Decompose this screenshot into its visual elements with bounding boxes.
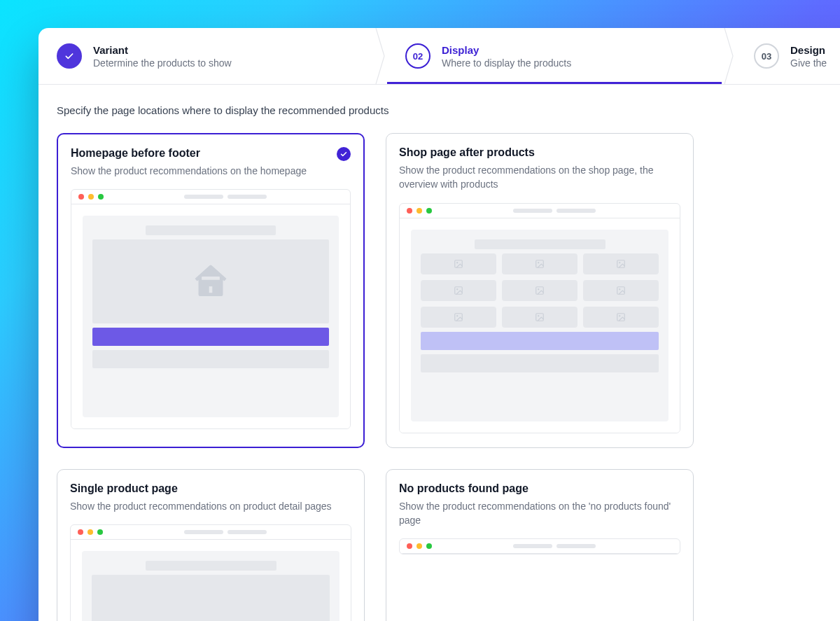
step-design[interactable]: 03 Design Give the	[736, 28, 840, 84]
location-cards: Homepage before footer Show the product …	[57, 133, 840, 621]
preview-window	[399, 203, 680, 433]
window-titlebar	[71, 190, 350, 204]
image-icon	[535, 312, 545, 322]
svg-rect-2	[536, 260, 544, 267]
step-chevron-icon	[373, 28, 387, 84]
active-underline	[387, 82, 722, 84]
svg-rect-16	[617, 313, 625, 321]
step-subtitle: Where to display the products	[442, 57, 571, 69]
step-subtitle: Give the	[790, 57, 827, 69]
step-badge-number: 02	[405, 43, 430, 69]
svg-rect-8	[536, 286, 544, 294]
wizard-steps: Variant Determine the products to show 0…	[38, 28, 840, 84]
svg-point-5	[619, 262, 620, 263]
step-badge-number: 03	[754, 43, 779, 69]
image-icon	[535, 286, 545, 295]
wizard-panel: Variant Determine the products to show 0…	[38, 28, 840, 621]
svg-point-13	[456, 315, 458, 316]
close-dot-icon	[407, 543, 412, 549]
svg-point-11	[619, 288, 620, 290]
card-desc: Show the product recommendations on the …	[399, 163, 680, 192]
card-desc: Show the product recommendations on the …	[71, 164, 351, 178]
image-icon	[616, 312, 626, 322]
window-titlebar	[71, 525, 351, 540]
card-desc: Show the product recommendations on prod…	[70, 499, 351, 513]
svg-rect-4	[617, 260, 625, 267]
card-title: Homepage before footer	[71, 147, 351, 160]
step-display[interactable]: 02 Display Where to display the products	[387, 28, 722, 84]
zoom-dot-icon	[426, 543, 432, 549]
step-subtitle: Determine the products to show	[93, 57, 232, 69]
minimize-dot-icon	[88, 194, 94, 200]
preview-window	[71, 189, 351, 429]
card-title: Single product page	[70, 482, 351, 495]
image-icon	[454, 312, 463, 322]
svg-rect-12	[455, 313, 463, 321]
card-homepage-before-footer[interactable]: Homepage before footer Show the product …	[57, 133, 365, 448]
card-shop-page-after-products[interactable]: Shop page after products Show the produc…	[386, 133, 694, 448]
step-badge-done	[57, 43, 82, 69]
svg-point-17	[619, 315, 620, 316]
preview-window	[70, 524, 351, 621]
check-icon	[64, 50, 75, 62]
step-variant[interactable]: Variant Determine the products to show	[38, 28, 373, 84]
zoom-dot-icon	[97, 529, 103, 535]
minimize-dot-icon	[416, 208, 422, 214]
svg-rect-14	[536, 313, 544, 321]
minimize-dot-icon	[88, 529, 93, 535]
close-dot-icon	[78, 194, 84, 200]
home-icon	[191, 262, 230, 301]
wizard-body: Specify the page locations where to disp…	[38, 85, 840, 621]
window-titlebar	[400, 204, 680, 218]
selected-check-icon	[337, 147, 351, 161]
close-dot-icon	[78, 529, 83, 535]
svg-rect-0	[455, 260, 463, 267]
minimize-dot-icon	[416, 543, 422, 549]
window-titlebar	[400, 539, 680, 554]
card-title: No products found page	[399, 482, 680, 495]
step-title: Display	[442, 44, 571, 56]
zoom-dot-icon	[98, 194, 104, 200]
image-icon	[454, 259, 463, 269]
image-icon	[535, 259, 545, 269]
preview-window	[399, 538, 680, 554]
svg-point-3	[538, 262, 539, 263]
instruction-text: Specify the page locations where to disp…	[57, 104, 840, 116]
image-icon	[616, 259, 626, 269]
svg-point-1	[456, 262, 458, 263]
card-desc: Show the product recommendations on the …	[399, 499, 680, 528]
step-title: Variant	[93, 44, 232, 56]
svg-rect-10	[617, 286, 625, 294]
image-icon	[616, 286, 626, 295]
svg-point-9	[538, 288, 539, 290]
svg-point-7	[456, 288, 458, 290]
card-no-products-found-page[interactable]: No products found page Show the product …	[386, 469, 694, 621]
card-title: Shop page after products	[399, 146, 680, 159]
svg-rect-6	[455, 286, 463, 294]
card-single-product-page[interactable]: Single product page Show the product rec…	[57, 469, 365, 621]
step-chevron-icon	[722, 28, 736, 84]
image-icon	[454, 286, 463, 295]
step-title: Design	[790, 44, 827, 56]
close-dot-icon	[407, 208, 412, 214]
svg-point-15	[538, 315, 539, 316]
zoom-dot-icon	[426, 208, 432, 214]
